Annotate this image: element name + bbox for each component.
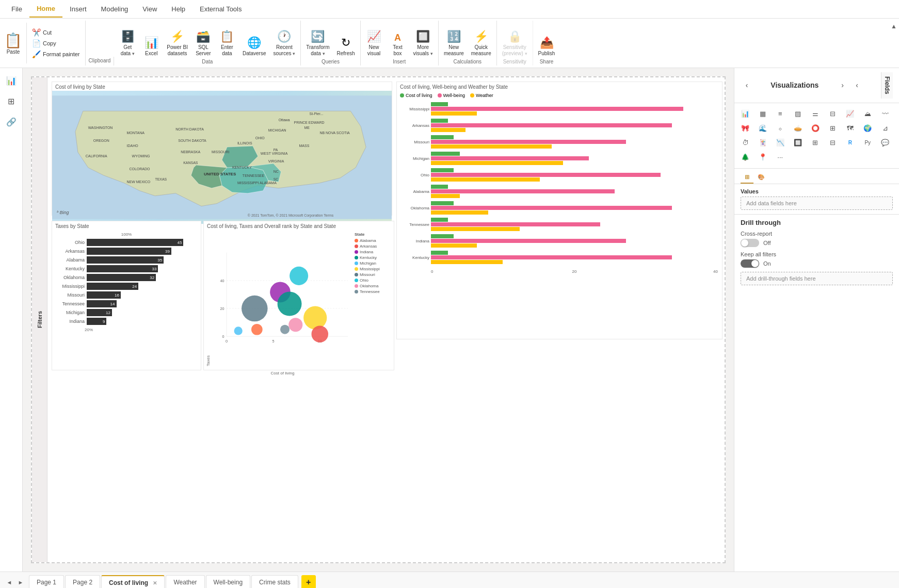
viz-slicer[interactable]: 🔲 <box>791 136 805 150</box>
bubble-legend-michigan: Michigan <box>355 261 392 266</box>
add-page-button[interactable]: + <box>301 575 316 589</box>
tab-page-2[interactable]: Page 2 <box>65 575 100 588</box>
bubble-michigan <box>234 326 243 335</box>
data-view-icon[interactable]: ⊞ <box>3 93 20 109</box>
grouped-bar-chart: Mississippi Arkansas <box>397 100 722 331</box>
fields-tab[interactable]: Fields <box>881 72 893 99</box>
tab-page-1[interactable]: Page 1 <box>29 575 64 588</box>
viz-card[interactable]: 🃏 <box>756 136 769 150</box>
model-view-icon[interactable]: 🔗 <box>3 113 20 130</box>
grouped-row-missouri: Missouri <box>401 135 718 149</box>
enter-data-button[interactable]: 📋 Enterdata <box>216 23 238 58</box>
viz-python[interactable]: Py <box>861 136 874 150</box>
bar-arkansas: 39 <box>87 248 171 255</box>
taxes-chart[interactable]: Taxes by State 100% Ohio 45 Arkansas <box>52 221 201 370</box>
cut-button[interactable]: ✂️ Cut <box>29 27 83 38</box>
build-tab-format[interactable]: 🎨 <box>753 172 769 184</box>
copy-label: Copy <box>43 40 56 46</box>
more-visuals-button[interactable]: 🔲 Morevisuals ▾ <box>410 23 436 58</box>
keep-filters-knob <box>751 260 759 267</box>
sensitivity-button[interactable]: 🔒 Sensitivity(preview) ▾ <box>499 23 531 58</box>
map-chart[interactable]: Cost of living by State WAS <box>52 81 392 216</box>
viz-funnel[interactable]: ⊿ <box>878 122 892 135</box>
tab-crime-stats[interactable]: Crime stats <box>251 575 298 588</box>
viz-more[interactable]: ··· <box>774 151 787 164</box>
dataverse-button[interactable]: 🌐 Dataverse <box>239 23 269 58</box>
new-measure-button[interactable]: 🔢 Newmeasure <box>441 23 467 58</box>
viz-100pct-bar[interactable]: ⊟ <box>826 107 839 121</box>
bubble-chart[interactable]: Cost of living, Taxes and Overall rank b… <box>203 221 394 370</box>
viz-r-visual[interactable]: R <box>843 136 857 150</box>
tab-help[interactable]: Help <box>164 1 192 17</box>
tab-home[interactable]: Home <box>29 1 62 18</box>
get-data-button[interactable]: 🗄️ Getdata ▾ <box>116 23 139 58</box>
viz-clustered-col[interactable]: ⚌ <box>809 107 822 121</box>
viz-treemap[interactable]: ⊞ <box>826 122 839 135</box>
viz-azmap[interactable]: 📍 <box>756 151 769 164</box>
report-view-icon[interactable]: 📊 <box>3 72 20 89</box>
viz-gauge[interactable]: ⏱ <box>739 136 752 150</box>
tab-well-being[interactable]: Well-being <box>206 575 250 588</box>
build-tabs: ⊞ 🎨 <box>734 169 899 184</box>
panel-back-button[interactable]: ‹ <box>741 79 753 91</box>
tab-external-tools[interactable]: External Tools <box>192 1 249 17</box>
build-tab-fields[interactable]: ⊞ <box>741 172 753 184</box>
bar-wellbeing-michigan <box>431 156 589 160</box>
power-bi-datasets-button[interactable]: ⚡ Power BIdatasets <box>164 23 191 58</box>
viz-stacked-bar[interactable]: ▦ <box>756 107 769 121</box>
tab-close-cost[interactable]: ✕ <box>153 580 157 586</box>
viz-area-chart[interactable]: ⛰ <box>861 107 874 121</box>
paste-button[interactable]: 📋 Paste <box>0 23 27 63</box>
tab-weather[interactable]: Weather <box>166 575 204 588</box>
viz-matrix[interactable]: ⊟ <box>826 136 839 150</box>
tab-view[interactable]: View <box>135 1 164 17</box>
text-box-button[interactable]: A Textbox <box>387 23 409 58</box>
legend-label-wellbeing: Well-being <box>443 93 465 98</box>
tab-insert[interactable]: Insert <box>62 1 94 17</box>
viz-clustered-bar[interactable]: ≡ <box>774 107 787 121</box>
filters-panel[interactable]: Filters <box>32 77 47 562</box>
cross-report-toggle[interactable] <box>741 239 759 247</box>
panel-collapse-button[interactable]: ‹ <box>851 79 863 91</box>
bubble-alabama <box>251 324 263 335</box>
transform-data-button[interactable]: 🔄 Transformdata ▾ <box>303 23 332 58</box>
svg-text:TEXAS: TEXAS <box>155 177 167 181</box>
new-visual-button[interactable]: 📈 Newvisual <box>363 23 386 58</box>
viz-choropleth[interactable]: 🌍 <box>861 122 874 135</box>
publish-button[interactable]: 📤 Publish <box>535 23 558 58</box>
tab-file[interactable]: File <box>4 1 29 17</box>
ribbon-collapse-button[interactable]: ▲ <box>889 21 899 66</box>
viz-stacked-col[interactable]: ▨ <box>791 107 805 121</box>
viz-ribbon[interactable]: 🎀 <box>739 122 752 135</box>
bar-cost-ohio <box>431 168 454 172</box>
drill-fields-box[interactable]: Add drill-through fields here <box>741 272 893 285</box>
excel-button[interactable]: 📊 Excel <box>140 23 163 58</box>
viz-decomp[interactable]: 🌲 <box>739 151 752 164</box>
keep-filters-toggle[interactable] <box>741 259 759 268</box>
viz-donut[interactable]: ⭕ <box>809 122 822 135</box>
values-field-box[interactable]: Add data fields here <box>741 197 893 210</box>
tab-modeling[interactable]: Modeling <box>94 1 136 17</box>
quick-measure-icon: ⚡ <box>474 30 488 43</box>
panel-forward-button[interactable]: › <box>837 79 849 91</box>
page-prev-button[interactable]: ◄ <box>4 577 14 587</box>
viz-bar-chart[interactable]: 📊 <box>739 107 752 121</box>
quick-measure-button[interactable]: ⚡ Quickmeasure <box>468 23 494 58</box>
copy-button[interactable]: 📄 Copy <box>29 38 83 48</box>
sql-server-button[interactable]: 🗃️ SQLServer <box>192 23 215 58</box>
refresh-button[interactable]: ↻ Refresh <box>334 23 358 58</box>
tab-cost-of-living[interactable]: Cost of living ✕ <box>101 575 165 589</box>
viz-line-stacked[interactable]: 〰 <box>878 107 892 121</box>
bar-chart-right[interactable]: Cost of living, Well-being and Weather b… <box>396 81 723 339</box>
recent-sources-button[interactable]: 🕐 Recentsources ▾ <box>270 23 299 58</box>
format-painter-button[interactable]: 🖌️ Format painter <box>29 49 83 59</box>
viz-table[interactable]: ⊞ <box>809 136 822 150</box>
viz-line-chart[interactable]: 📈 <box>843 107 857 121</box>
viz-kpi[interactable]: 📉 <box>774 136 787 150</box>
viz-waterfall[interactable]: 🌊 <box>756 122 769 135</box>
viz-map[interactable]: 🗺 <box>843 122 857 135</box>
viz-pie[interactable]: 🥧 <box>791 122 805 135</box>
page-next-button[interactable]: ► <box>15 577 26 587</box>
viz-scatter[interactable]: ⬦ <box>774 122 787 135</box>
viz-qa[interactable]: 💬 <box>878 136 892 150</box>
